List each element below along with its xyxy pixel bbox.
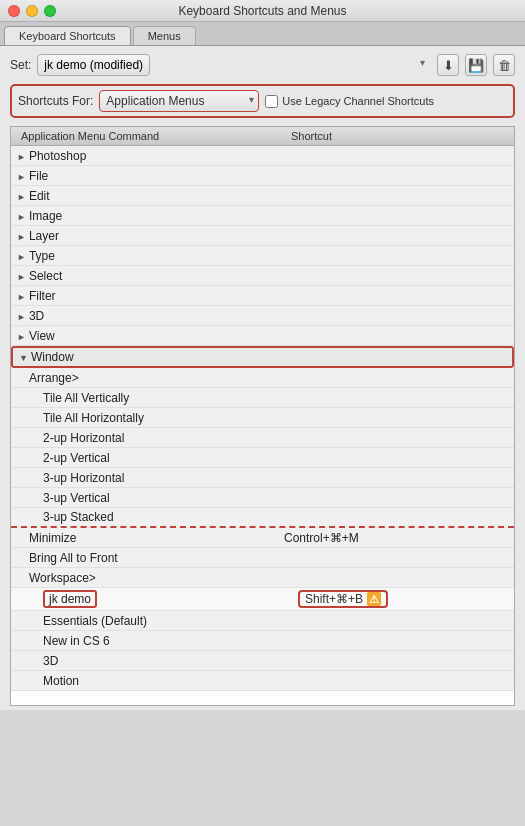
row-label-type: ►Type (17, 247, 262, 265)
shortcuts-for-row: Shortcuts For: Application Menus Panel M… (10, 84, 515, 118)
tree-row-2up-vertical[interactable]: 2-up Vertical (11, 448, 514, 468)
triangle-layer: ► (17, 232, 26, 242)
tab-menus[interactable]: Menus (133, 26, 196, 45)
tree-row-3d-workspace[interactable]: 3D (11, 651, 514, 671)
close-button[interactable] (8, 5, 20, 17)
row-label-photoshop: ►Photoshop (17, 147, 262, 165)
triangle-image: ► (17, 212, 26, 222)
row-shortcut-view (262, 334, 514, 338)
row-label-bring-to-front: Bring All to Front (29, 549, 274, 567)
tree-row-filter[interactable]: ►Filter (11, 286, 514, 306)
row-shortcut-edit (262, 194, 514, 198)
tree-row-type[interactable]: ►Type (11, 246, 514, 266)
row-shortcut-type (262, 254, 514, 258)
row-label-tile-horizontally: Tile All Horizontally (43, 409, 288, 427)
triangle-type: ► (17, 252, 26, 262)
tree-row-3up-stacked[interactable]: 3-up Stacked (11, 508, 514, 528)
tree-row-image[interactable]: ►Image (11, 206, 514, 226)
tree-row-2up-horizontal[interactable]: 2-up Horizontal (11, 428, 514, 448)
set-label: Set: (10, 58, 31, 72)
set-select[interactable]: jk demo (modified) (37, 54, 150, 76)
table-container[interactable]: Application Menu Command Shortcut ►Photo… (10, 126, 515, 706)
row-shortcut-minimize: Control+⌘+M (274, 529, 514, 547)
tree-row-bring-to-front[interactable]: Bring All to Front (11, 548, 514, 568)
save-icon-btn[interactable]: ⬇ (437, 54, 459, 76)
row-label-window: ▼Window (19, 348, 264, 366)
triangle-window: ▼ (19, 353, 28, 363)
row-shortcut-filter (262, 294, 514, 298)
legacy-checkbox-label: Use Legacy Channel Shortcuts (265, 95, 434, 108)
window-title: Keyboard Shortcuts and Menus (178, 4, 346, 18)
row-shortcut-workspace (274, 576, 514, 580)
tree-row-jk-demo[interactable]: jk demo Shift+⌘+B ⚠ (11, 588, 514, 611)
shortcuts-for-label: Shortcuts For: (18, 94, 93, 108)
row-shortcut-motion (288, 679, 514, 683)
row-shortcut-layer (262, 234, 514, 238)
workspace-name-cell: jk demo (43, 588, 288, 610)
legacy-label: Use Legacy Channel Shortcuts (282, 95, 434, 107)
tree-row-window[interactable]: ▼Window (11, 346, 514, 368)
row-shortcut-3d (262, 314, 514, 318)
save-as-icon-btn[interactable]: 💾 (465, 54, 487, 76)
tree-row-layer[interactable]: ►Layer (11, 226, 514, 246)
tree-row-tile-horizontally[interactable]: Tile All Horizontally (11, 408, 514, 428)
tree-row-arrange[interactable]: Arrange> (11, 368, 514, 388)
tree-row-workspace[interactable]: Workspace> (11, 568, 514, 588)
shortcuts-for-select[interactable]: Application Menus Panel Menus Tools (99, 90, 259, 112)
tree-row-3d[interactable]: ►3D (11, 306, 514, 326)
row-label-layer: ►Layer (17, 227, 262, 245)
row-label-3up-stacked: 3-up Stacked (43, 508, 288, 526)
row-shortcut-tile-vertically (288, 396, 514, 400)
row-shortcut-2up-horizontal (288, 436, 514, 440)
traffic-lights (8, 5, 56, 17)
row-shortcut-file (262, 174, 514, 178)
legacy-checkbox[interactable] (265, 95, 278, 108)
delete-icon-btn[interactable]: 🗑 (493, 54, 515, 76)
tree-row-essentials[interactable]: Essentials (Default) (11, 611, 514, 631)
maximize-button[interactable] (44, 5, 56, 17)
tree-row-motion[interactable]: Motion (11, 671, 514, 691)
row-shortcut-window (264, 355, 512, 359)
tree-row-photoshop[interactable]: ►Photoshop (11, 146, 514, 166)
workspace-name-badge: jk demo (43, 590, 97, 608)
row-shortcut-2up-vertical (288, 456, 514, 460)
shortcut-badge-jk-demo: Shift+⌘+B ⚠ (298, 590, 388, 608)
row-shortcut-bring-to-front (274, 556, 514, 560)
row-label-tile-vertically: Tile All Vertically (43, 389, 288, 407)
row-shortcut-3up-stacked (288, 515, 514, 519)
row-shortcut-arrange (274, 376, 514, 380)
tree-row-minimize[interactable]: Minimize Control+⌘+M (11, 528, 514, 548)
shortcuts-for-select-wrapper: Application Menus Panel Menus Tools (99, 90, 259, 112)
tree-row-file[interactable]: ►File (11, 166, 514, 186)
tree-row-select[interactable]: ►Select (11, 266, 514, 286)
row-label-minimize: Minimize (29, 529, 274, 547)
tree-row-edit[interactable]: ►Edit (11, 186, 514, 206)
set-select-wrapper: jk demo (modified) (37, 54, 431, 76)
row-label-3up-horizontal: 3-up Horizontal (43, 469, 288, 487)
row-shortcut-essentials (288, 619, 514, 623)
triangle-filter: ► (17, 292, 26, 302)
table-header: Application Menu Command Shortcut (11, 127, 514, 146)
tree-row-new-in-cs6[interactable]: New in CS 6 (11, 631, 514, 651)
row-shortcut-3up-horizontal (288, 476, 514, 480)
triangle-edit: ► (17, 192, 26, 202)
shortcut-text-jk-demo: Shift+⌘+B (305, 592, 363, 606)
tab-keyboard-shortcuts[interactable]: Keyboard Shortcuts (4, 26, 131, 45)
tab-bar: Keyboard Shortcuts Menus (0, 22, 525, 46)
row-label-select: ►Select (17, 267, 262, 285)
row-shortcut-new-in-cs6 (288, 639, 514, 643)
row-label-3d: ►3D (17, 307, 262, 325)
row-shortcut-select (262, 274, 514, 278)
tree-row-tile-vertically[interactable]: Tile All Vertically (11, 388, 514, 408)
tree-row-3up-horizontal[interactable]: 3-up Horizontal (11, 468, 514, 488)
set-row: Set: jk demo (modified) ⬇ 💾 🗑 (10, 54, 515, 76)
main-content: Set: jk demo (modified) ⬇ 💾 🗑 Shortcuts … (0, 46, 525, 710)
row-label-arrange: Arrange> (29, 369, 274, 387)
tree-row-3up-vertical[interactable]: 3-up Vertical (11, 488, 514, 508)
minimize-button[interactable] (26, 5, 38, 17)
triangle-view: ► (17, 332, 26, 342)
col-header-command: Application Menu Command (11, 130, 281, 142)
row-shortcut-image (262, 214, 514, 218)
row-label-new-in-cs6: New in CS 6 (43, 632, 288, 650)
tree-row-view[interactable]: ►View (11, 326, 514, 346)
